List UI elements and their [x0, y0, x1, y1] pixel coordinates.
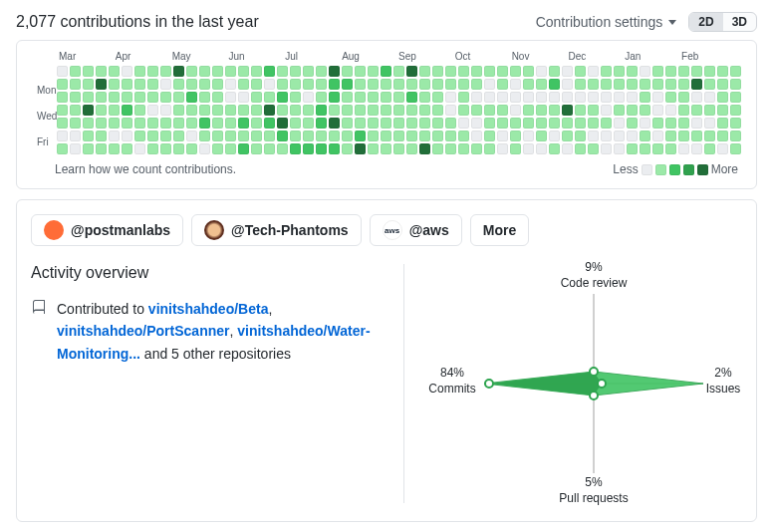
calendar-cell[interactable]	[471, 105, 482, 116]
calendar-cell[interactable]	[627, 105, 638, 116]
calendar-cell[interactable]	[484, 105, 495, 116]
calendar-cell[interactable]	[691, 105, 702, 116]
calendar-cell[interactable]	[368, 131, 379, 141]
calendar-cell[interactable]	[730, 118, 741, 129]
calendar-cell[interactable]	[199, 92, 210, 103]
calendar-cell[interactable]	[665, 118, 676, 129]
calendar-cell[interactable]	[665, 143, 676, 154]
calendar-cell[interactable]	[536, 131, 547, 141]
calendar-cell[interactable]	[355, 92, 366, 103]
calendar-cell[interactable]	[614, 105, 625, 116]
calendar-cell[interactable]	[57, 92, 68, 103]
org-aws[interactable]: aws @aws	[370, 214, 462, 246]
calendar-cell[interactable]	[342, 105, 353, 116]
calendar-cell[interactable]	[83, 118, 94, 129]
calendar-cell[interactable]	[458, 105, 469, 116]
calendar-cell[interactable]	[601, 79, 612, 90]
calendar-cell[interactable]	[678, 143, 689, 154]
calendar-cell[interactable]	[238, 79, 249, 90]
calendar-cell[interactable]	[212, 79, 223, 90]
calendar-cell[interactable]	[704, 66, 715, 77]
calendar-cell[interactable]	[549, 131, 560, 141]
calendar-cell[interactable]	[316, 143, 327, 154]
calendar-cell[interactable]	[329, 131, 340, 141]
calendar-cell[interactable]	[212, 66, 223, 77]
calendar-cell[interactable]	[419, 143, 430, 154]
calendar-cell[interactable]	[458, 79, 469, 90]
calendar-cell[interactable]	[652, 105, 663, 116]
calendar-cell[interactable]	[445, 79, 456, 90]
calendar-cell[interactable]	[303, 118, 314, 129]
calendar-cell[interactable]	[419, 105, 430, 116]
org-more-button[interactable]: More	[470, 214, 529, 246]
calendar-cell[interactable]	[186, 66, 197, 77]
calendar-cell[interactable]	[238, 131, 249, 141]
calendar-cell[interactable]	[406, 92, 417, 103]
calendar-cell[interactable]	[251, 143, 262, 154]
calendar-cell[interactable]	[549, 105, 560, 116]
calendar-cell[interactable]	[212, 131, 223, 141]
calendar-cell[interactable]	[381, 66, 391, 77]
calendar-cell[interactable]	[96, 118, 107, 129]
calendar-cell[interactable]	[199, 131, 210, 141]
calendar-cell[interactable]	[588, 118, 599, 129]
calendar-cell[interactable]	[277, 79, 288, 90]
calendar-cell[interactable]	[704, 118, 715, 129]
calendar-cell[interactable]	[704, 131, 715, 141]
calendar-cell[interactable]	[523, 105, 534, 116]
calendar-cell[interactable]	[562, 79, 573, 90]
calendar-cell[interactable]	[614, 79, 625, 90]
calendar-cell[interactable]	[303, 92, 314, 103]
calendar-cell[interactable]	[562, 143, 573, 154]
calendar-cell[interactable]	[290, 118, 301, 129]
calendar-cell[interactable]	[368, 118, 379, 129]
calendar-cell[interactable]	[484, 118, 495, 129]
calendar-cell[interactable]	[160, 131, 171, 141]
calendar-cell[interactable]	[342, 131, 353, 141]
calendar-cell[interactable]	[730, 92, 741, 103]
calendar-cell[interactable]	[238, 143, 249, 154]
calendar-cell[interactable]	[147, 92, 158, 103]
calendar-cell[interactable]	[173, 92, 184, 103]
calendar-cell[interactable]	[199, 79, 210, 90]
calendar-cell[interactable]	[601, 143, 612, 154]
calendar-cell[interactable]	[186, 118, 197, 129]
calendar-cell[interactable]	[225, 79, 236, 90]
calendar-cell[interactable]	[497, 66, 508, 77]
calendar-cell[interactable]	[264, 143, 275, 154]
calendar-cell[interactable]	[458, 131, 469, 141]
calendar-cell[interactable]	[147, 79, 158, 90]
org-tech-phantoms[interactable]: @Tech-Phantoms	[191, 214, 362, 246]
calendar-cell[interactable]	[355, 105, 366, 116]
calendar-cell[interactable]	[549, 92, 560, 103]
calendar-cell[interactable]	[717, 105, 728, 116]
calendar-cell[interactable]	[432, 143, 443, 154]
calendar-cell[interactable]	[575, 105, 586, 116]
calendar-cell[interactable]	[445, 118, 456, 129]
calendar-cell[interactable]	[614, 143, 625, 154]
calendar-cell[interactable]	[134, 92, 145, 103]
calendar-cell[interactable]	[186, 131, 197, 141]
calendar-cell[interactable]	[173, 105, 184, 116]
calendar-cell[interactable]	[665, 92, 676, 103]
calendar-cell[interactable]	[316, 131, 327, 141]
calendar-cell[interactable]	[381, 79, 391, 90]
calendar-cell[interactable]	[290, 105, 301, 116]
calendar-cell[interactable]	[665, 66, 676, 77]
calendar-cell[interactable]	[549, 143, 560, 154]
calendar-cell[interactable]	[264, 105, 275, 116]
calendar-cell[interactable]	[160, 118, 171, 129]
calendar-cell[interactable]	[368, 66, 379, 77]
calendar-cell[interactable]	[83, 143, 94, 154]
calendar-cell[interactable]	[640, 143, 650, 154]
calendar-cell[interactable]	[497, 92, 508, 103]
calendar-cell[interactable]	[510, 66, 521, 77]
repo-link-1[interactable]: vinitshahdeo/Beta	[148, 301, 269, 317]
calendar-cell[interactable]	[316, 92, 327, 103]
calendar-cell[interactable]	[70, 143, 81, 154]
calendar-cell[interactable]	[109, 131, 120, 141]
calendar-cell[interactable]	[329, 105, 340, 116]
calendar-cell[interactable]	[588, 131, 599, 141]
calendar-cell[interactable]	[109, 92, 120, 103]
calendar-cell[interactable]	[691, 143, 702, 154]
